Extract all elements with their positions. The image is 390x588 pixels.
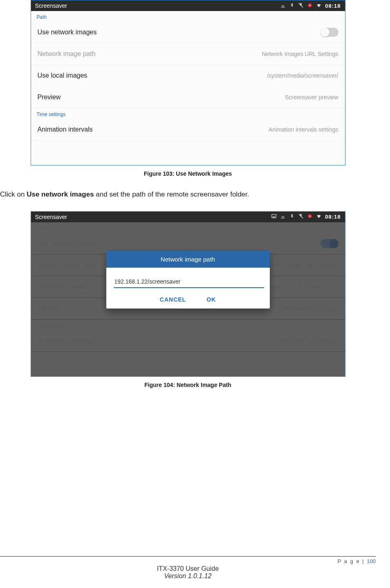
android-status-bar: Screensaver 08:18 xyxy=(31,0,345,11)
dialog-title: Network image path xyxy=(106,251,270,268)
figure-caption-104: Figure 104: Network Image Path xyxy=(31,382,345,388)
mic-mute-icon xyxy=(298,2,304,9)
row-value: Screensaver preview xyxy=(285,94,338,101)
download-icon xyxy=(280,213,286,220)
screen-title: Screensaver xyxy=(35,214,67,220)
bluetooth-icon xyxy=(289,213,295,220)
row-label: Preview xyxy=(38,94,61,101)
image-icon xyxy=(271,213,277,220)
row-use-network-images[interactable]: Use network images xyxy=(31,22,345,43)
row-network-image-path[interactable]: Network image path Network Images URL Se… xyxy=(31,43,345,65)
clock-text: 08:18 xyxy=(325,3,341,9)
ok-button[interactable]: OK xyxy=(206,296,216,303)
svg-rect-0 xyxy=(281,7,285,7)
figure-caption-103: Figure 103: Use Network Images xyxy=(31,170,345,177)
do-not-disturb-icon xyxy=(307,213,313,220)
footer-rule xyxy=(0,556,376,557)
row-value: Animation intervals settings xyxy=(269,126,338,133)
download-icon xyxy=(280,2,286,9)
row-label: Animation intervals xyxy=(38,126,93,133)
svg-rect-3 xyxy=(309,5,311,5)
wifi-icon xyxy=(316,213,322,220)
toggle-use-network-images[interactable] xyxy=(321,28,338,37)
row-label: Use network images xyxy=(38,29,97,36)
section-header-path: Path xyxy=(31,11,345,22)
screen-title: Screensaver xyxy=(35,2,67,9)
screenshot-network-image-path: Screensaver 08:18 Path Use network image… xyxy=(31,211,345,377)
cancel-button[interactable]: CANCEL xyxy=(160,296,186,303)
screenshot-use-network-images: Screensaver 08:18 Path Use network image… xyxy=(31,0,345,165)
row-preview[interactable]: Preview Screensaver preview xyxy=(31,87,345,108)
svg-rect-8 xyxy=(309,216,311,216)
svg-rect-5 xyxy=(281,218,285,218)
row-label: Network image path xyxy=(38,50,96,58)
footer-doc-title: ITX-3370 User Guide xyxy=(0,565,376,572)
clock-text: 08:18 xyxy=(325,214,341,220)
page-footer: P a g e | 100 ITX-3370 User Guide Versio… xyxy=(0,556,376,580)
row-value: /system/media/screensaver/ xyxy=(267,72,338,79)
dialog-network-image-path: Network image path CANCEL OK xyxy=(106,251,270,309)
instruction-text: Click on Use network images and set the … xyxy=(0,189,376,200)
footer-doc-version: Version 1.0.1.12 xyxy=(0,572,376,580)
row-animation-intervals[interactable]: Animation intervals Animation intervals … xyxy=(31,119,345,141)
wifi-icon xyxy=(316,2,322,9)
bluetooth-icon xyxy=(289,2,295,9)
footer-page-number: P a g e | 100 xyxy=(0,558,376,564)
android-status-bar: Screensaver 08:18 xyxy=(31,212,345,222)
row-use-local-images[interactable]: Use local images /system/media/screensav… xyxy=(31,65,345,87)
network-path-input[interactable] xyxy=(114,277,264,288)
row-label: Use local images xyxy=(38,72,87,79)
do-not-disturb-icon xyxy=(307,2,313,9)
section-header-time: Time settings xyxy=(31,108,345,119)
mic-mute-icon xyxy=(298,213,304,220)
row-value: Network Images URL Settings xyxy=(262,51,338,57)
